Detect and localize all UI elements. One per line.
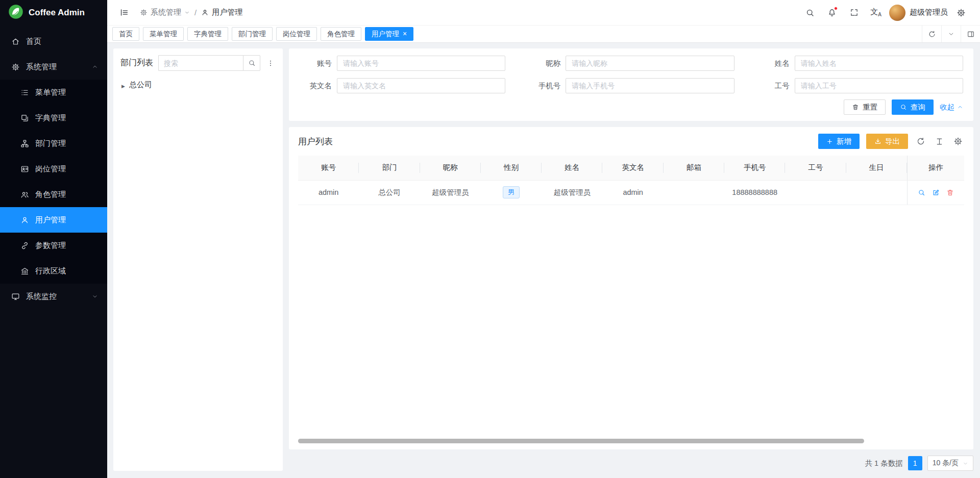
cell-work-no xyxy=(785,180,846,205)
global-search-button[interactable] xyxy=(801,4,819,21)
chevron-down-icon xyxy=(92,293,98,299)
department-search-input[interactable] xyxy=(158,55,243,71)
pagination: 共 1 条数据 1 10 条/页 xyxy=(289,456,973,471)
view-row-button[interactable] xyxy=(918,189,925,196)
column-header: 生日 xyxy=(846,156,907,180)
tab-dept-management[interactable]: 部门管理 xyxy=(232,27,273,41)
nickname-input[interactable] xyxy=(566,56,734,71)
account-input[interactable] xyxy=(337,56,505,71)
link-icon xyxy=(20,241,29,250)
work-no-input[interactable] xyxy=(795,78,963,93)
tab-post-management[interactable]: 岗位管理 xyxy=(276,27,317,41)
tab-role-management[interactable]: 角色管理 xyxy=(321,27,361,41)
form-field-work-no: 工号 xyxy=(757,78,963,93)
sidebar-item-admin-region[interactable]: 行政区域 xyxy=(0,258,107,284)
notification-dot xyxy=(834,7,838,10)
sidebar-item-label: 用户管理 xyxy=(35,215,66,225)
user-menu[interactable]: 超级管理员 xyxy=(889,5,948,21)
cell-dept: 总公司 xyxy=(359,180,420,205)
sidebar-group-monitor[interactable]: 系统监控 xyxy=(0,284,107,309)
reset-button[interactable]: 重置 xyxy=(844,99,886,115)
edit-row-button[interactable] xyxy=(932,189,940,196)
page-size-select[interactable]: 10 条/页 xyxy=(927,456,973,471)
column-header: 手机号 xyxy=(724,156,785,180)
delete-row-button[interactable] xyxy=(946,189,954,196)
user-icon xyxy=(20,216,29,224)
sidebar-item-label: 角色管理 xyxy=(35,190,66,199)
column-settings-button[interactable] xyxy=(934,136,945,147)
breadcrumb-separator: / xyxy=(194,8,197,17)
tab-user-management[interactable]: 用户管理 xyxy=(365,27,413,41)
gear-icon xyxy=(953,137,963,146)
sidebar-item-dict-management[interactable]: 字典管理 xyxy=(0,105,107,131)
team-icon xyxy=(20,190,29,199)
sidebar-item-menu-management[interactable]: 菜单管理 xyxy=(0,80,107,105)
name-input[interactable] xyxy=(795,56,963,71)
work-area: 账号 昵称 姓名 英文名 xyxy=(289,48,973,471)
breadcrumb-label: 用户管理 xyxy=(212,8,242,17)
sidebar-item-role-management[interactable]: 角色管理 xyxy=(0,182,107,207)
settings-button[interactable] xyxy=(952,4,970,21)
monitor-icon xyxy=(11,292,20,301)
collapse-form-button[interactable]: 收起 xyxy=(940,103,963,112)
search-icon xyxy=(900,104,907,111)
caret-right-icon[interactable] xyxy=(121,81,125,89)
refresh-tab-button[interactable] xyxy=(922,26,941,42)
page-button-1[interactable]: 1 xyxy=(908,456,922,470)
add-user-button[interactable]: 新增 xyxy=(818,134,860,149)
tab-menu-management[interactable]: 菜单管理 xyxy=(143,27,184,41)
plus-icon xyxy=(826,138,833,145)
fullscreen-button[interactable] xyxy=(845,4,863,21)
phone-input[interactable] xyxy=(566,78,734,93)
user-list-header: 用户列表 新增 导出 xyxy=(298,134,964,149)
card-title: 用户列表 xyxy=(298,136,333,147)
field-label: 英文名 xyxy=(299,81,332,91)
breadcrumb-item-user[interactable]: 用户管理 xyxy=(201,8,242,17)
form-actions: 重置 查询 收起 xyxy=(299,99,963,115)
tree-node-label: 总公司 xyxy=(129,80,152,90)
trash-icon xyxy=(946,189,954,196)
tab-home[interactable]: 首页 xyxy=(112,27,139,41)
tab-list: 首页 菜单管理 字典管理 部门管理 岗位管理 角色管理 用户管理 xyxy=(112,26,922,42)
tab-dict-management[interactable]: 字典管理 xyxy=(187,27,228,41)
column-settings-icon xyxy=(935,137,944,146)
refresh-table-button[interactable] xyxy=(915,135,927,147)
department-more-button[interactable] xyxy=(265,58,276,68)
bank-icon xyxy=(20,267,29,275)
sidebar-item-user-management[interactable]: 用户管理 xyxy=(0,207,107,233)
collapse-sidebar-button[interactable] xyxy=(115,4,133,21)
tree-node-root[interactable]: 总公司 xyxy=(120,79,276,91)
close-icon[interactable] xyxy=(403,30,407,38)
en-name-input[interactable] xyxy=(337,78,505,93)
tab-options-button[interactable] xyxy=(941,26,961,42)
sidebar-group-system[interactable]: 系统管理 xyxy=(0,54,107,80)
form-field-name: 姓名 xyxy=(757,56,963,71)
department-search-button[interactable] xyxy=(243,55,260,71)
search-icon xyxy=(918,189,925,196)
department-panel-header: 部门列表 xyxy=(120,55,276,71)
sidebar-item-param-management[interactable]: 参数管理 xyxy=(0,233,107,258)
table-settings-button[interactable] xyxy=(952,135,964,147)
sidebar-item-post-management[interactable]: 岗位管理 xyxy=(0,156,107,182)
breadcrumb-item-system[interactable]: 系统管理 xyxy=(140,8,190,17)
scrollbar-thumb[interactable] xyxy=(298,439,864,443)
search-icon xyxy=(248,59,256,67)
search-button[interactable]: 查询 xyxy=(892,99,934,115)
table-toolbar: 新增 导出 xyxy=(818,134,964,149)
column-header: 姓名 xyxy=(542,156,602,180)
home-icon xyxy=(11,37,20,46)
chevron-up-icon xyxy=(957,104,963,110)
breadcrumb-label: 系统管理 xyxy=(151,8,181,17)
sidebar-group-label: 系统监控 xyxy=(26,292,57,301)
sidebar-item-dept-management[interactable]: 部门管理 xyxy=(0,131,107,156)
sidebar-item-label: 部门管理 xyxy=(35,139,66,148)
sidebar-item-home[interactable]: 首页 xyxy=(0,29,107,54)
notifications-button[interactable] xyxy=(823,4,841,21)
horizontal-scrollbar xyxy=(298,439,964,443)
layout-toggle-button[interactable] xyxy=(961,26,980,42)
language-button[interactable]: 文A xyxy=(867,4,885,21)
form-field-phone: 手机号 xyxy=(528,78,734,93)
export-button[interactable]: 导出 xyxy=(866,134,908,149)
translate-icon: 文A xyxy=(870,8,881,17)
layout-icon xyxy=(967,30,975,38)
